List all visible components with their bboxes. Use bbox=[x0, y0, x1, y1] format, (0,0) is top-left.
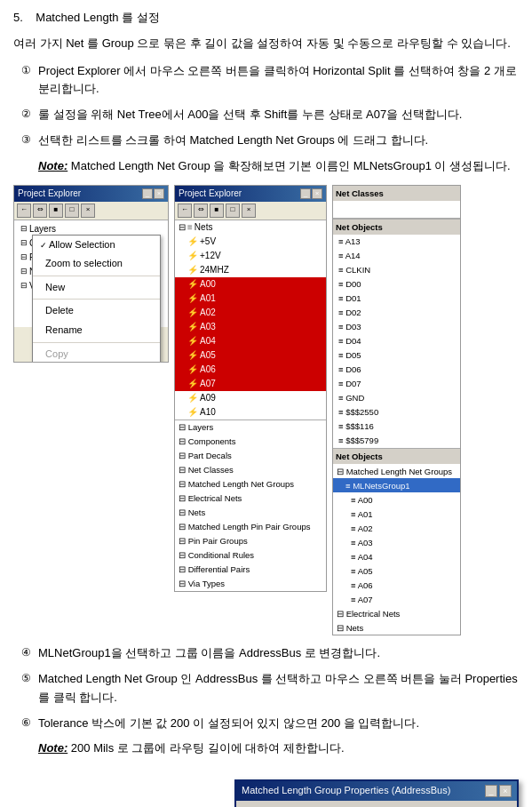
toolbar-btn-4[interactable]: □ bbox=[65, 204, 79, 218]
ro2-a01[interactable]: ≡ A01 bbox=[333, 507, 460, 521]
ro2-nets[interactable]: ⊟ Nets bbox=[333, 620, 460, 635]
ro-s3[interactable]: ≡ $$$5799 bbox=[333, 434, 460, 448]
mid-tree-a04[interactable]: ⚡A04 bbox=[175, 334, 326, 348]
net-bullet: ⚡ bbox=[187, 334, 198, 348]
ctx-delete[interactable]: Delete bbox=[33, 301, 160, 321]
ro2-a02[interactable]: ≡ A02 bbox=[333, 521, 460, 535]
ro-d00[interactable]: ≡ D00 bbox=[333, 277, 460, 292]
note-2-label: Note: bbox=[38, 741, 67, 755]
mid-tree-5v[interactable]: ⚡+5V bbox=[175, 235, 326, 249]
pe-close-btn[interactable]: × bbox=[154, 188, 164, 199]
step-3-text: 선택한 리스트를 스크롤 하여 Matched Length Net Group… bbox=[38, 132, 519, 150]
ctx-zoom-selection[interactable]: Zoom to selection bbox=[33, 254, 160, 274]
mid-b-layers[interactable]: ⊟ Layers bbox=[175, 420, 326, 435]
ctx-rename[interactable]: Rename bbox=[33, 321, 160, 340]
mid-tree-a07[interactable]: ⚡A07 bbox=[175, 377, 326, 391]
mid-tree-a06[interactable]: ⚡A06 bbox=[175, 363, 326, 377]
ctx-sep-1 bbox=[33, 276, 160, 276]
ro-d03[interactable]: ≡ D03 bbox=[333, 320, 460, 334]
step-6-num: ⑥ bbox=[13, 715, 38, 731]
net-icon: ≡ bbox=[345, 479, 351, 492]
ro2-a03[interactable]: ≡ A03 bbox=[333, 535, 460, 549]
ro2-a05[interactable]: ≡ A05 bbox=[333, 563, 460, 578]
mid-toolbar-btn-2[interactable]: ⇔ bbox=[194, 204, 208, 218]
net-icon: ≡ bbox=[338, 263, 344, 276]
net-bullet: ⚡ bbox=[187, 249, 198, 263]
ro-d01[interactable]: ≡ D01 bbox=[333, 292, 460, 306]
mid-tree-a03[interactable]: ⚡A03 bbox=[175, 320, 326, 334]
mid-b-nets[interactable]: ⊟ Nets bbox=[175, 506, 326, 520]
dialog-minimize-btn[interactable]: _ bbox=[485, 785, 497, 797]
net-icon: ≡ bbox=[187, 220, 193, 235]
ro2-a00[interactable]: ≡ A00 bbox=[333, 492, 460, 507]
mid-b-pin-pair[interactable]: ⊟ Pin Pair Groups bbox=[175, 534, 326, 548]
ro-clkin[interactable]: ≡ CLKIN bbox=[333, 263, 460, 277]
mid-b-net-classes[interactable]: ⊟ Net Classes bbox=[175, 463, 326, 477]
mid-tree-a08[interactable]: ⚡A09 bbox=[175, 391, 326, 405]
net-bullet: ⚡ bbox=[187, 235, 198, 249]
ro-d06[interactable]: ≡ D06 bbox=[333, 363, 460, 377]
mid-tree-a02[interactable]: ⚡A02 bbox=[175, 306, 326, 320]
ro-d04[interactable]: ≡ D04 bbox=[333, 334, 460, 348]
step-3-num: ③ bbox=[13, 132, 38, 148]
right-top-section: Net Classes bbox=[333, 186, 460, 220]
mid-b-matched[interactable]: ⊟ Matched Length Net Groups bbox=[175, 477, 326, 491]
toolbar-btn-5[interactable]: × bbox=[81, 204, 95, 218]
intro-text: 여러 가지 Net 를 Group 으로 묶은 후 길이 값을 설정하여 자동 … bbox=[13, 35, 519, 53]
mid-tree-a09[interactable]: ⚡A10 bbox=[175, 405, 326, 419]
ctx-sep-3 bbox=[33, 342, 160, 343]
tree-expand-icon: ⊟ bbox=[20, 236, 28, 249]
ro2-a07[interactable]: ≡ A07 bbox=[333, 592, 460, 606]
toolbar-btn-1[interactable]: ← bbox=[17, 204, 31, 218]
ro2-electrical[interactable]: ⊟ Electrical Nets bbox=[333, 606, 460, 620]
ctx-allow-selection[interactable]: ✓Allow Selection bbox=[33, 236, 160, 255]
pe-mid-close[interactable]: × bbox=[312, 188, 322, 199]
mid-b-diff-pairs[interactable]: ⊟ Differential Pairs bbox=[175, 563, 326, 577]
pe-minimize-btn[interactable]: _ bbox=[142, 188, 153, 199]
ro2-mlnets-group1[interactable]: ≡ MLNetsGroup1 bbox=[333, 478, 460, 492]
mid-tree-12v[interactable]: ⚡+12V bbox=[175, 249, 326, 263]
ro-gnd[interactable]: ≡ GND bbox=[333, 391, 460, 405]
mid-b-ml-pin[interactable]: ⊟ Matched Length Pin Pair Groups bbox=[175, 520, 326, 534]
ctx-new[interactable]: New bbox=[33, 278, 160, 298]
ro2-a04[interactable]: ≡ A04 bbox=[333, 549, 460, 563]
pe-mid-titlebar: Project Explorer _ × bbox=[175, 186, 326, 202]
mid-toolbar-btn-1[interactable]: ← bbox=[178, 204, 192, 218]
exp-icon: ⊟ bbox=[179, 463, 186, 476]
mid-tree-a05[interactable]: ⚡A05 bbox=[175, 348, 326, 363]
mid-tree-a01[interactable]: ⚡A01 bbox=[175, 292, 326, 306]
pe-left-toolbar: ← ⇔ ■ □ × bbox=[14, 202, 168, 220]
mid-toolbar-btn-5[interactable]: × bbox=[242, 204, 256, 218]
dialog-close-btn[interactable]: × bbox=[499, 785, 512, 797]
step-1: ① Project Explorer 에서 마우스 오른쪽 버튼을 클릭하여 H… bbox=[13, 62, 519, 100]
note-2: Note: 200 Mils 로 그룹에 라우팅 길이에 대하여 제한합니다. bbox=[13, 739, 519, 758]
expand-icon: ⊟ bbox=[337, 607, 344, 620]
ro-a14[interactable]: ≡ A14 bbox=[333, 249, 460, 263]
pe-mid-minimize[interactable]: _ bbox=[300, 188, 311, 199]
mid-b-electrical[interactable]: ⊟ Electrical Nets bbox=[175, 491, 326, 506]
toolbar-btn-2[interactable]: ⇔ bbox=[33, 204, 47, 218]
mid-b-part-decals[interactable]: ⊟ Part Decals bbox=[175, 449, 326, 463]
pe-mid-title-btns: _ × bbox=[300, 188, 322, 199]
mid-toolbar-btn-4[interactable]: □ bbox=[226, 204, 240, 218]
ro-d05[interactable]: ≡ D05 bbox=[333, 348, 460, 363]
step-1-text: Project Explorer 에서 마우스 오른쪽 버튼을 클릭하여 Hor… bbox=[38, 62, 519, 100]
ro-s1[interactable]: ≡ $$$2550 bbox=[333, 405, 460, 419]
mid-tree-a00[interactable]: ⚡A00 bbox=[175, 277, 326, 292]
mid-b-components[interactable]: ⊟ Components bbox=[175, 435, 326, 449]
ro-a13[interactable]: ≡ A13 bbox=[333, 235, 460, 249]
ro-s2[interactable]: ≡ $$$116 bbox=[333, 419, 460, 434]
mid-toolbar-btn-3[interactable]: ■ bbox=[210, 204, 224, 218]
ro-d02[interactable]: ≡ D02 bbox=[333, 306, 460, 320]
ro2-a06[interactable]: ≡ A06 bbox=[333, 578, 460, 592]
ro-d07[interactable]: ≡ D07 bbox=[333, 377, 460, 391]
net-objects-header-2: Net Objects bbox=[333, 449, 460, 464]
step-5-num: ⑤ bbox=[13, 670, 38, 687]
mid-tree-nets[interactable]: ⊟ ≡ Nets bbox=[175, 220, 326, 235]
toolbar-btn-3[interactable]: ■ bbox=[49, 204, 63, 218]
ro2-matched-groups[interactable]: ⊟ Matched Length Net Groups bbox=[333, 464, 460, 478]
mid-tree-24mhz[interactable]: ⚡24MHZ bbox=[175, 263, 326, 277]
mid-b-cond-rules[interactable]: ⊟ Conditional Rules bbox=[175, 548, 326, 563]
net-icon: ≡ bbox=[338, 277, 344, 291]
mid-b-via-types[interactable]: ⊟ Via Types bbox=[175, 577, 326, 591]
